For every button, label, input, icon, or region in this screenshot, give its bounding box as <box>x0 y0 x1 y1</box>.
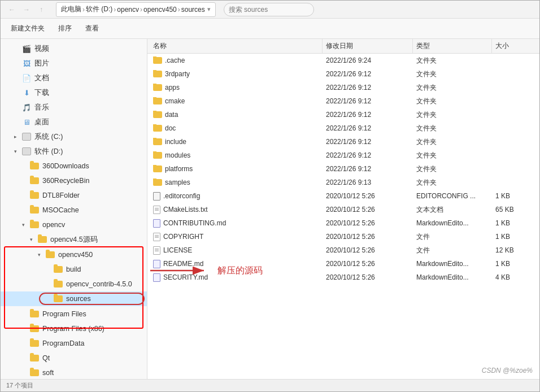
drive-d-icon <box>22 147 31 155</box>
sidebar-item-programfiles-x86[interactable]: Program Files (x86) <box>1 321 147 336</box>
sidebar-label: build <box>66 265 81 273</box>
file-row[interactable]: README.md 2020/10/12 5:26 MarkdownEdito.… <box>147 257 539 271</box>
file-name-text: README.md <box>163 260 203 268</box>
file-row[interactable]: doc 2022/1/26 9:12 文件夹 <box>147 121 539 135</box>
sidebar-item-programdata[interactable]: ProgramData <box>1 336 147 351</box>
back-button[interactable]: ← <box>5 3 19 16</box>
file-name-text: modules <box>165 151 190 159</box>
file-row[interactable]: 3rdparty 2022/1/26 9:12 文件夹 <box>147 67 539 81</box>
col-name[interactable]: 名称 <box>150 39 323 53</box>
file-name-text: platforms <box>165 165 193 173</box>
address-path: 此电脑 › 软件 (D:) › opencv › opencv450 › sou… <box>61 5 205 14</box>
sidebar-item-music[interactable]: 🎵 音乐 <box>1 100 147 115</box>
sidebar-item-360recyclebin[interactable]: 360RecycleBin <box>1 173 147 188</box>
folder-icon <box>30 177 39 184</box>
sidebar-item-soft[interactable]: soft <box>1 365 147 379</box>
new-folder-button[interactable]: 新建文件夹 <box>5 21 50 37</box>
file-name: apps <box>150 84 323 92</box>
file-modified: 2020/10/12 5:26 <box>323 192 413 200</box>
sidebar-item-qt[interactable]: Qt <box>1 351 147 365</box>
opencv450-highlight-container: opencv450 build opencv_contrib-4.5.0 <box>1 247 147 306</box>
file-row[interactable]: SECURITY.md 2020/10/12 5:26 MarkdownEdit… <box>147 271 539 284</box>
file-row[interactable]: include 2022/1/26 9:12 文件夹 <box>147 135 539 149</box>
folder-icon <box>153 98 162 104</box>
sidebar-item-360downloads[interactable]: 360Downloads <box>1 159 147 173</box>
file-row[interactable]: modules 2022/1/26 9:12 文件夹 <box>147 149 539 162</box>
file-row[interactable]: cmake 2022/1/26 9:12 文件夹 <box>147 94 539 108</box>
view-button[interactable]: 查看 <box>80 21 104 37</box>
file-name: modules <box>150 151 323 159</box>
file-type: 文件夹 <box>413 124 492 133</box>
sidebar-item-documents[interactable]: 📄 文档 <box>1 71 147 85</box>
sidebar-item-drive-d[interactable]: 软件 (D:) <box>1 144 147 159</box>
file-row[interactable]: data 2022/1/26 9:12 文件夹 <box>147 108 539 121</box>
toolbar: 新建文件夹 排序 查看 <box>1 19 539 39</box>
file-row[interactable]: apps 2022/1/26 9:12 文件夹 <box>147 81 539 94</box>
folder-icon <box>30 207 39 214</box>
file-name: CMakeLists.txt <box>150 206 323 214</box>
sidebar-item-programfiles[interactable]: Program Files <box>1 307 147 321</box>
folder-icon <box>30 221 39 228</box>
sidebar-item-build[interactable]: build <box>1 262 147 277</box>
file-size: 1 KB <box>492 260 537 268</box>
file-row[interactable]: CONTRIBUTING.md 2020/10/12 5:26 Markdown… <box>147 216 539 230</box>
sidebar-label: 软件 (D:) <box>34 147 63 156</box>
file-row[interactable]: .editorconfig 2020/10/12 5:26 EDITORCONF… <box>147 189 539 203</box>
sort-button[interactable]: 排序 <box>53 21 77 37</box>
sidebar-item-pictures[interactable]: 🖼 图片 <box>1 56 147 71</box>
file-modified: 2022/1/26 9:12 <box>323 70 413 78</box>
sidebar: 🎬 视频 🖼 图片 📄 文档 ⬇ 下载 🎵 音乐 <box>1 39 147 379</box>
folder-icon <box>153 165 162 172</box>
search-input[interactable] <box>224 3 314 16</box>
file-modified: 2022/1/26 9:12 <box>323 84 413 92</box>
file-type: 文件夹 <box>413 69 492 79</box>
file-row[interactable]: LICENSE 2020/10/12 5:26 文件 12 KB <box>147 243 539 257</box>
forward-button[interactable]: → <box>20 3 33 16</box>
folder-icon <box>30 340 39 347</box>
sidebar-item-opencv[interactable]: opencv <box>1 217 147 232</box>
file-explorer-window: ← → ↑ 此电脑 › 软件 (D:) › opencv › opencv450… <box>0 0 540 392</box>
expand-arrow <box>28 236 34 243</box>
col-size[interactable]: 大小 <box>492 39 537 53</box>
file-row[interactable]: COPYRIGHT 2020/10/12 5:26 文件 1 KB <box>147 230 539 243</box>
nav-buttons: ← → ↑ <box>5 3 48 16</box>
sidebar-label: opencv <box>42 221 65 229</box>
doc-icon <box>153 206 160 214</box>
col-modified[interactable]: 修改日期 <box>323 39 413 53</box>
sidebar-item-msocache[interactable]: MSOCache <box>1 203 147 217</box>
file-row[interactable]: platforms 2022/1/26 9:12 文件夹 <box>147 162 539 176</box>
file-modified: 2020/10/12 5:26 <box>323 206 413 214</box>
sidebar-item-opencv45src[interactable]: opencv4.5源码 <box>1 232 147 247</box>
sidebar-item-dtl8folder[interactable]: DTL8Folder <box>1 188 147 203</box>
sidebar-label: ProgramData <box>42 339 84 347</box>
file-name-text: data <box>165 111 178 119</box>
file-type: 文本文档 <box>413 205 492 215</box>
file-name: SECURITY.md <box>150 273 323 282</box>
file-row[interactable]: .cache 2022/1/26 9:24 文件夹 <box>147 54 539 67</box>
file-name-text: CONTRIBUTING.md <box>163 219 226 227</box>
folder-icon <box>153 138 162 145</box>
titlebar-left: ← → ↑ 此电脑 › 软件 (D:) › opencv › opencv450… <box>5 2 314 17</box>
sidebar-label: 360Downloads <box>42 162 89 170</box>
sidebar-item-desktop[interactable]: 🖥 桌面 <box>1 115 147 129</box>
sidebar-item-sources[interactable]: sources <box>1 291 147 306</box>
sidebar-item-drive-c[interactable]: 系统 (C:) <box>1 129 147 144</box>
file-row[interactable]: samples 2022/1/26 9:13 文件夹 <box>147 176 539 189</box>
sidebar-item-videos[interactable]: 🎬 视频 <box>1 41 147 56</box>
sidebar-item-opencv450[interactable]: opencv450 <box>1 247 147 262</box>
sidebar-item-downloads[interactable]: ⬇ 下载 <box>1 85 147 100</box>
file-modified: 2022/1/26 9:12 <box>323 165 413 173</box>
file-modified: 2022/1/26 9:12 <box>323 111 413 119</box>
file-name-text: .cache <box>165 56 185 64</box>
col-type[interactable]: 类型 <box>413 39 492 53</box>
sidebar-label: Program Files (x86) <box>42 325 104 333</box>
sidebar-label: soft <box>42 369 54 377</box>
sidebar-item-opencv-contrib[interactable]: opencv_contrib-4.5.0 <box>1 277 147 291</box>
file-modified: 2020/10/12 5:26 <box>323 260 413 268</box>
file-type: 文件夹 <box>413 164 492 174</box>
file-name: CONTRIBUTING.md <box>150 219 323 228</box>
file-row[interactable]: CMakeLists.txt 2020/10/12 5:26 文本文档 65 K… <box>147 203 539 216</box>
address-bar[interactable]: 此电脑 › 软件 (D:) › opencv › opencv450 › sou… <box>56 2 216 17</box>
up-button[interactable]: ↑ <box>34 3 48 16</box>
address-dropdown-icon[interactable]: ▾ <box>207 6 211 13</box>
